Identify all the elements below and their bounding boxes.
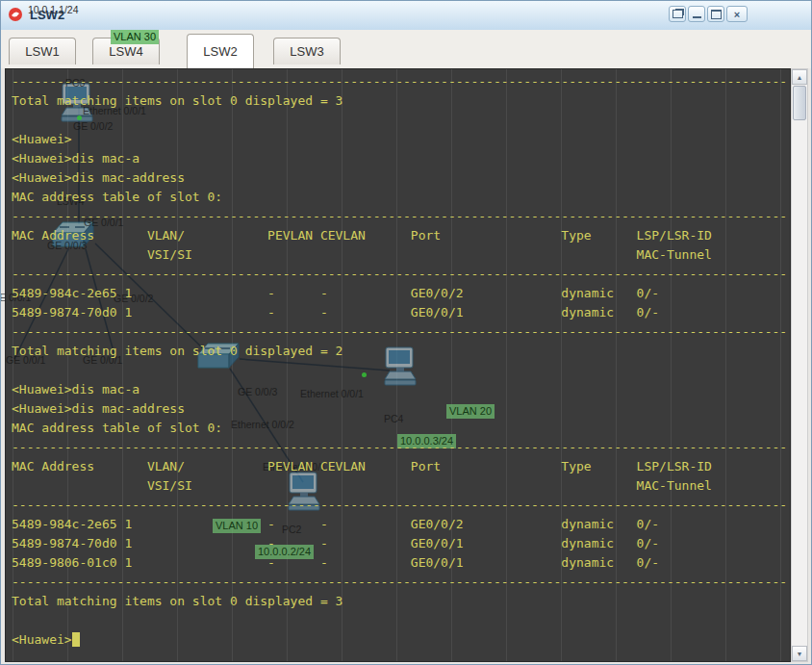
tab-bar: LSW1 LSW4 LSW2 LSW3	[1, 30, 811, 68]
window-title: LSW2	[30, 8, 64, 22]
popout-button[interactable]	[669, 6, 686, 22]
tab-lsw1[interactable]: LSW1	[9, 38, 76, 64]
window-controls: ×	[669, 6, 748, 22]
scrollbar[interactable]: ▲ ▼	[791, 68, 808, 662]
terminal-cursor	[72, 632, 80, 647]
app-window: LSW2 × LSW1 LSW4 LSW2 LSW3	[0, 0, 812, 665]
popout-icon	[672, 10, 683, 18]
titlebar[interactable]: LSW2 ×	[1, 1, 811, 31]
scroll-down-button[interactable]: ▼	[792, 646, 807, 661]
minimize-icon	[693, 16, 701, 18]
scroll-up-button[interactable]: ▲	[792, 69, 807, 85]
minimize-button[interactable]	[688, 6, 705, 22]
scrollbar-thumb[interactable]	[793, 86, 806, 120]
maximize-button[interactable]	[707, 6, 724, 22]
tab-lsw4[interactable]: LSW4	[92, 38, 160, 64]
app-icon	[8, 7, 23, 22]
tab-lsw3[interactable]: LSW3	[273, 38, 341, 64]
maximize-icon	[711, 10, 722, 19]
close-button[interactable]: ×	[726, 6, 748, 22]
tab-lsw2[interactable]: LSW2	[187, 34, 254, 68]
terminal-text[interactable]: ----------------------------------------…	[5, 68, 791, 662]
